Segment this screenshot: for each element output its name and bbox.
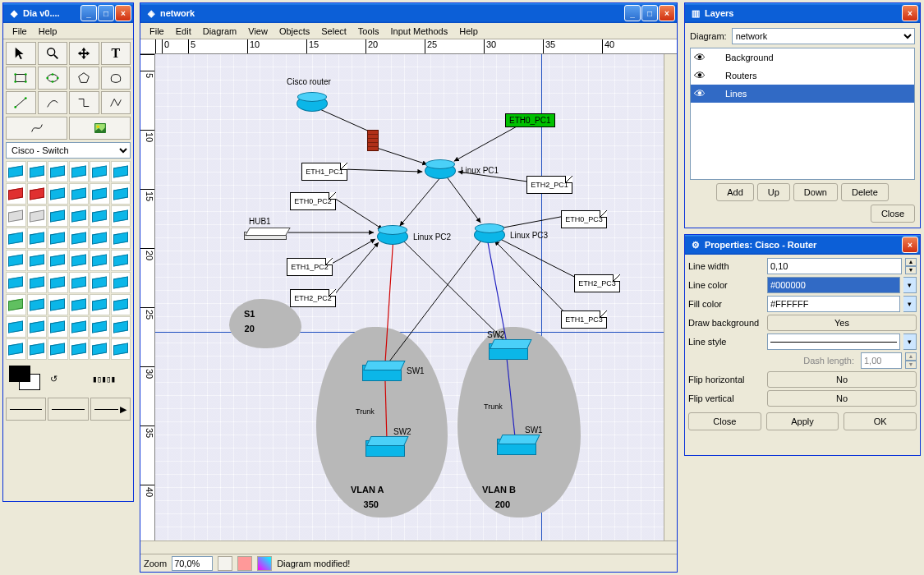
shape-cell[interactable]: [90, 338, 110, 360]
menu-help[interactable]: Help: [33, 25, 63, 38]
close-button[interactable]: ×: [115, 5, 131, 21]
vertical-scrollbar[interactable]: [664, 54, 677, 540]
spinner-up-icon[interactable]: ▲: [905, 258, 917, 266]
shape-cell[interactable]: [6, 272, 26, 293]
shape-cell[interactable]: [48, 205, 68, 227]
shape-cell[interactable]: [111, 205, 131, 227]
tool-beziergon[interactable]: [101, 67, 131, 90]
shape-cell[interactable]: [111, 228, 131, 249]
shape-cell[interactable]: [111, 338, 131, 360]
zoom-input[interactable]: [172, 556, 213, 571]
canvas-titlebar[interactable]: ◈ network _ □ ×: [140, 3, 677, 23]
shape-cell[interactable]: [27, 228, 48, 249]
shape-cell[interactable]: [69, 161, 90, 182]
props-close-button[interactable]: Close: [688, 412, 761, 430]
ruler-horizontal[interactable]: 0 5 10 15 20 25 30 35 40: [140, 39, 677, 54]
shape-cell[interactable]: [48, 272, 68, 293]
shape-cell[interactable]: [48, 316, 68, 338]
note-eth1-pc2[interactable]: ETH1_PC2: [287, 258, 333, 276]
line-color-dropdown[interactable]: ▾: [903, 277, 917, 293]
shape-cell[interactable]: [27, 316, 48, 338]
linux-pc1-shape[interactable]: [425, 163, 456, 179]
shape-cell[interactable]: [69, 294, 90, 315]
down-layer-button[interactable]: Down: [793, 183, 838, 201]
spinner-down-icon[interactable]: ▼: [905, 266, 917, 274]
shape-cell[interactable]: [69, 272, 90, 293]
menu-tools[interactable]: Tools: [352, 25, 385, 38]
shape-cell[interactable]: [69, 250, 90, 271]
flip-v-button[interactable]: No: [767, 390, 917, 407]
line-style-dropdown[interactable]: ▾: [903, 334, 917, 350]
status-color-button[interactable]: [257, 556, 272, 571]
shape-cell[interactable]: [6, 294, 26, 315]
eye-icon[interactable]: 👁: [694, 51, 709, 64]
shape-cell[interactable]: [6, 161, 26, 182]
switch-sw1b[interactable]: [497, 439, 536, 455]
linux-pc3-shape[interactable]: [474, 227, 505, 243]
note-eth1-pc1[interactable]: ETH1_PC1: [301, 163, 347, 181]
line-width-field[interactable]: 0,10: [767, 258, 902, 274]
maximize-button[interactable]: □: [641, 5, 658, 21]
layer-row-background[interactable]: 👁 Background: [691, 48, 914, 67]
linux-pc2-shape[interactable]: [377, 228, 408, 245]
fg-color[interactable]: [9, 366, 30, 382]
pattern-bars[interactable]: ▮▯▮▯▮: [92, 374, 131, 384]
shape-cell[interactable]: [6, 338, 26, 360]
switch-sw2b[interactable]: [489, 343, 528, 360]
shape-cell[interactable]: [27, 205, 48, 227]
shape-cell[interactable]: [69, 228, 90, 249]
swap-icon[interactable]: ↺: [50, 374, 89, 384]
menu-view[interactable]: View: [242, 25, 274, 38]
properties-titlebar[interactable]: ⚙ Properties: Cisco - Router ×: [685, 235, 920, 255]
switch-sw2[interactable]: [365, 440, 405, 457]
shape-cell[interactable]: [27, 161, 48, 182]
layer-row-routers[interactable]: 👁 Routers: [691, 67, 914, 85]
shape-cell[interactable]: [90, 205, 110, 227]
firewall-shape[interactable]: [367, 130, 379, 151]
note-eth1-pc3[interactable]: ETH1_PC3: [561, 310, 607, 329]
sheet-selector[interactable]: Cisco - Switch: [6, 142, 131, 159]
shape-cell[interactable]: [90, 228, 110, 249]
line-mid-style[interactable]: [48, 398, 88, 421]
tool-box[interactable]: [6, 67, 36, 90]
tool-image[interactable]: [69, 117, 131, 140]
toolbox-titlebar[interactable]: ◆ Dia v0.... _ □ ×: [3, 3, 133, 23]
menu-help[interactable]: Help: [453, 25, 484, 38]
fill-color-field[interactable]: #FFFFFF: [767, 296, 900, 312]
ruler-vertical[interactable]: 5 10 15 20 25 30 35 40: [140, 54, 155, 540]
shape-cell[interactable]: [90, 294, 110, 315]
shape-cell[interactable]: [90, 250, 110, 271]
menu-file[interactable]: File: [144, 25, 170, 38]
hub1-shape[interactable]: [244, 232, 287, 240]
shape-cell[interactable]: [48, 294, 68, 315]
draw-bg-button[interactable]: Yes: [767, 315, 917, 331]
shape-cell[interactable]: [90, 272, 110, 293]
shape-cell[interactable]: [48, 338, 68, 360]
note-eth2-pc2[interactable]: ETH2_PC2: [290, 289, 336, 307]
shape-cell[interactable]: [111, 183, 131, 205]
fg-bg-swatch[interactable]: [6, 364, 47, 393]
tool-line[interactable]: [6, 91, 36, 114]
tool-bezier[interactable]: [6, 117, 67, 140]
shape-cell[interactable]: [27, 250, 48, 271]
close-button[interactable]: ×: [659, 5, 675, 21]
shape-cell[interactable]: [27, 183, 48, 205]
shape-cell[interactable]: [69, 316, 90, 338]
shape-cell[interactable]: [111, 316, 131, 338]
tool-zigzag[interactable]: [69, 91, 99, 114]
tool-ellipse[interactable]: [38, 67, 68, 90]
shape-cell[interactable]: [27, 294, 48, 315]
line-start-style[interactable]: [6, 398, 46, 421]
shape-cell[interactable]: [6, 205, 26, 227]
shape-cell[interactable]: [111, 250, 131, 271]
menu-input-methods[interactable]: Input Methods: [385, 25, 454, 38]
drawing-canvas[interactable]: S120 VLAN A 350 VLAN B 200: [155, 54, 664, 540]
layers-titlebar[interactable]: ▥ Layers ×: [685, 3, 920, 23]
menu-file[interactable]: File: [7, 25, 33, 38]
menu-select[interactable]: Select: [315, 25, 352, 38]
up-layer-button[interactable]: Up: [757, 183, 790, 201]
horizontal-scrollbar[interactable]: [155, 541, 664, 554]
shape-cell[interactable]: [48, 228, 68, 249]
shape-cell[interactable]: [48, 161, 68, 182]
minimize-button[interactable]: _: [80, 5, 97, 21]
